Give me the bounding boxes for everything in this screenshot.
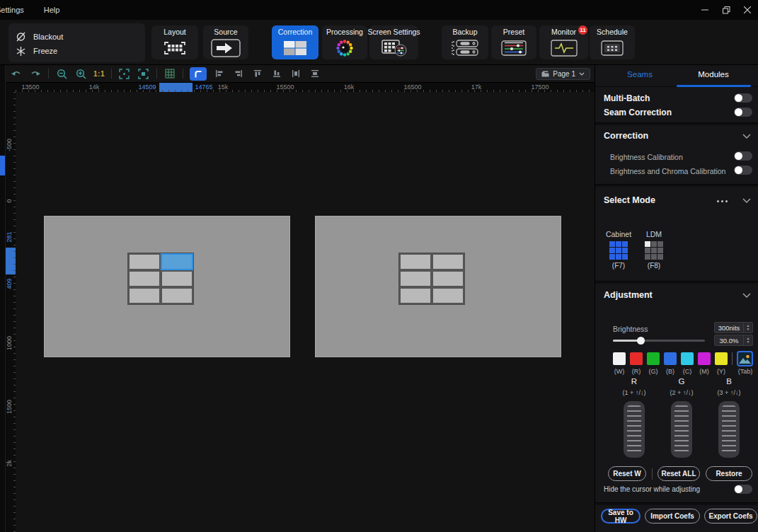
cabinet-cell[interactable] xyxy=(161,253,193,270)
freeze-icon xyxy=(16,46,26,57)
more-options-icon[interactable] xyxy=(717,200,728,202)
tab-monitor[interactable]: Monitor11 xyxy=(539,25,588,59)
tab-modules[interactable]: Modules xyxy=(698,70,728,79)
minimize-icon[interactable] xyxy=(700,5,710,15)
snap-tool-button[interactable] xyxy=(190,67,207,81)
reset-w-button[interactable]: Reset W xyxy=(608,466,646,481)
brightness-slider-knob[interactable] xyxy=(637,337,645,345)
swatch-yellow[interactable] xyxy=(715,352,728,365)
align-bottom-icon[interactable] xyxy=(270,67,283,80)
grid-toggle-icon[interactable] xyxy=(163,67,176,80)
brightness-percent-input[interactable]: 30.0% ▲▼ xyxy=(714,335,753,346)
select-mode-ldm[interactable]: LDM (F8) xyxy=(636,230,672,270)
focus-selection-icon[interactable] xyxy=(137,67,150,80)
multi-batch-toggle[interactable] xyxy=(734,93,752,103)
reset-all-button[interactable]: Reset ALL xyxy=(657,466,700,481)
cabinet-cell[interactable] xyxy=(128,253,161,270)
tab-layout[interactable]: Layout xyxy=(151,25,198,59)
tab-backup-label: Backup xyxy=(452,28,477,36)
import-coefs-button[interactable]: Import Coefs xyxy=(645,509,700,524)
tab-seams[interactable]: Seams xyxy=(627,70,653,79)
ruler-tick-label: 1000 xyxy=(6,336,13,350)
cabinet-cell[interactable] xyxy=(432,253,464,270)
tab-correction[interactable]: Correction xyxy=(272,25,318,59)
align-right-icon[interactable] xyxy=(232,67,245,80)
align-left-icon[interactable] xyxy=(213,67,226,80)
page-selector[interactable]: Page 1 xyxy=(536,68,590,80)
editor-canvas[interactable] xyxy=(16,92,595,532)
seam-correction-toggle[interactable] xyxy=(734,108,752,117)
swatch-green[interactable] xyxy=(647,352,660,365)
ruler-tick-label: 13500 xyxy=(21,83,39,91)
align-top-icon[interactable] xyxy=(251,67,264,80)
swatch-white[interactable] xyxy=(613,352,626,365)
brightness-slider[interactable] xyxy=(613,340,705,342)
tab-backup[interactable]: Backup xyxy=(442,25,488,59)
cabinet-cell[interactable] xyxy=(128,270,161,287)
ldm-mode-key: (F8) xyxy=(636,262,672,270)
tab-schedule[interactable]: Schedule xyxy=(590,25,635,59)
swatch-image-tab[interactable] xyxy=(737,351,753,366)
export-coefs-button[interactable]: Export Coefs xyxy=(704,509,757,524)
tab-preset[interactable]: Preset xyxy=(491,25,536,59)
channel-b-thumbwheel[interactable] xyxy=(718,401,740,458)
zoom-out-icon[interactable] xyxy=(55,67,68,80)
brightness-chroma-calibration-toggle[interactable] xyxy=(734,166,752,175)
brightness-calibration-label: Brightness Calibration xyxy=(610,153,683,161)
modules-panel: Seams Modules Multi-Batch Seam Correctio… xyxy=(595,65,758,532)
close-icon[interactable] xyxy=(742,5,752,15)
chevron-down-icon[interactable] xyxy=(742,293,751,299)
brightness-nits-input[interactable]: 300nits ▲▼ xyxy=(714,322,753,333)
blackout-label: Blackout xyxy=(33,33,63,41)
active-tab-underline xyxy=(677,85,751,87)
tab-preset-label: Preset xyxy=(503,28,524,36)
chevron-down-icon[interactable] xyxy=(742,134,751,139)
blackout-button[interactable]: Blackout xyxy=(16,31,63,42)
channel-g-thumbwheel[interactable] xyxy=(671,401,692,458)
correction-panels-icon xyxy=(283,36,307,59)
swatch-magenta[interactable] xyxy=(698,352,711,365)
restore-icon[interactable] xyxy=(721,5,731,15)
swatch-blue[interactable] xyxy=(664,352,677,365)
spinner-arrows-icon[interactable]: ▲▼ xyxy=(743,335,752,345)
brightness-calibration-toggle[interactable] xyxy=(734,151,752,161)
save-to-hw-button[interactable]: Save to HW xyxy=(601,509,641,524)
distribute-vertical-icon[interactable] xyxy=(309,67,321,80)
menu-help[interactable]: Help xyxy=(34,6,70,14)
spinner-arrows-icon[interactable]: ▲▼ xyxy=(743,323,752,332)
tab-correction-label: Correction xyxy=(278,28,312,36)
vertical-ruler-selection xyxy=(6,248,16,274)
tab-processing-label: Processing xyxy=(326,28,363,36)
select-mode-section-title: Select Mode xyxy=(604,195,655,205)
swatch-cyan[interactable] xyxy=(681,352,694,365)
app-window: Settings Help Blackout Freeze Layout xyxy=(0,0,758,532)
swatch-red[interactable] xyxy=(630,352,643,365)
zoom-ratio-button[interactable]: 1:1 xyxy=(93,70,105,78)
cabinet-cell[interactable] xyxy=(432,287,464,304)
channel-b-hint: (3 + ↑/↓) xyxy=(718,389,741,396)
tab-source[interactable]: Source xyxy=(203,25,248,59)
chevron-down-icon[interactable] xyxy=(742,198,751,204)
undo-icon[interactable] xyxy=(10,67,23,80)
cabinet-cell[interactable] xyxy=(432,270,464,287)
distribute-horizontal-icon[interactable] xyxy=(289,67,302,80)
select-mode-cabinet[interactable]: Cabinet (F7) xyxy=(600,230,637,270)
freeze-button[interactable]: Freeze xyxy=(16,45,57,57)
cabinet-cell[interactable] xyxy=(128,287,161,304)
cabinet-cell[interactable] xyxy=(161,287,193,304)
tab-processing[interactable]: Processing xyxy=(322,25,367,59)
fit-view-icon[interactable] xyxy=(118,67,131,80)
zoom-in-icon[interactable] xyxy=(74,67,87,80)
swatch-key-label: (Y) xyxy=(717,368,725,375)
redo-icon[interactable] xyxy=(29,67,42,80)
channel-r-thumbwheel[interactable] xyxy=(624,401,645,458)
ruler-tick-label: 2k xyxy=(6,460,13,467)
hide-cursor-toggle[interactable] xyxy=(734,485,752,494)
cabinet-cell[interactable] xyxy=(399,253,432,270)
cabinet-cell[interactable] xyxy=(399,287,432,304)
restore-button[interactable]: Restore xyxy=(706,466,752,481)
cabinet-cell[interactable] xyxy=(399,270,432,287)
menu-settings[interactable]: Settings xyxy=(0,6,34,14)
cabinet-cell[interactable] xyxy=(161,270,193,287)
tab-screen-settings[interactable]: Screen Settings xyxy=(369,25,418,59)
